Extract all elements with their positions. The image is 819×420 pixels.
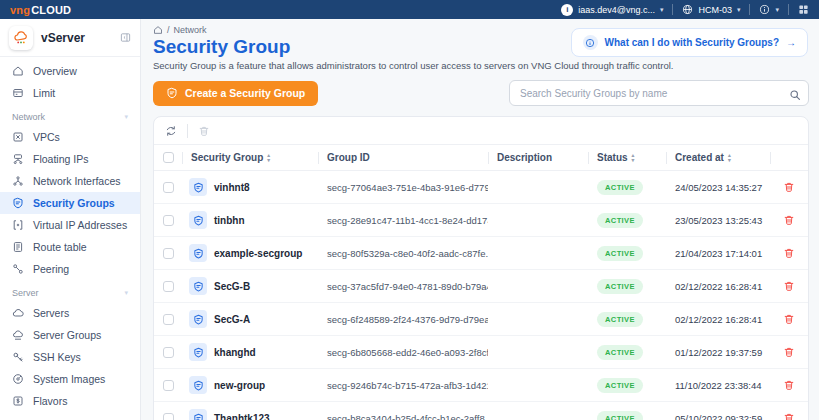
home-icon[interactable]: [153, 25, 163, 35]
created-at: 01/12/2022 19:37:59: [666, 347, 770, 358]
security-group-name[interactable]: SecG-B: [214, 281, 250, 292]
sort-icon: ▴▾: [267, 153, 270, 162]
help-link-label: What can I do with Security Groups?: [605, 37, 779, 48]
security-group-name[interactable]: tinbhn: [214, 215, 245, 226]
sidebar-item-limit[interactable]: Limit: [0, 82, 140, 104]
user-menu[interactable]: i iaas.dev4@vng.c... ▾: [561, 4, 663, 16]
delete-icon[interactable]: [783, 247, 795, 259]
security-group-name[interactable]: example-secgroup: [214, 248, 302, 259]
region-label: HCM-03: [698, 5, 732, 15]
row-checkbox[interactable]: [163, 413, 174, 420]
search-icon[interactable]: [789, 87, 801, 105]
bulk-delete-icon[interactable]: [198, 125, 210, 137]
security-group-icon: [189, 244, 207, 262]
security-group-icon: [189, 277, 207, 295]
sidebar-item-peering[interactable]: Peering: [0, 258, 140, 280]
security-group-icon: [189, 310, 207, 328]
row-checkbox[interactable]: [163, 215, 174, 226]
logo-text-cloud: CLOUD: [31, 4, 71, 16]
divider: [187, 124, 188, 138]
sidebar-item-servers[interactable]: Servers: [0, 302, 140, 324]
globe-icon: [682, 4, 693, 15]
sidebar-section-header[interactable]: Server ▾: [0, 280, 140, 302]
sidebar: vServer Overview Limit Network ▾ VPCs Fl…: [0, 19, 141, 420]
row-checkbox[interactable]: [163, 347, 174, 358]
sidebar-item-vpcs[interactable]: VPCs: [0, 126, 140, 148]
table-row: SecG-B secg-37ac5fd7-94e0-4781-89d0-b79a…: [154, 270, 808, 303]
column-header-status[interactable]: Status ▴▾: [588, 145, 666, 170]
sidebar-item-virtual-ip-addresses[interactable]: Virtual IP Addresses: [0, 214, 140, 236]
info-icon: [759, 4, 770, 15]
sidebar-item-security-groups[interactable]: Security Groups: [0, 192, 140, 214]
table-row: SecG-A secg-6f248589-2f24-4376-9d79-d79e…: [154, 303, 808, 336]
peering-icon: [12, 263, 24, 275]
chevron-down-icon: ▾: [737, 6, 741, 13]
column-header-security-group[interactable]: Security Group ▴▾: [182, 145, 318, 170]
delete-icon[interactable]: [783, 346, 795, 358]
collapse-sidebar-icon[interactable]: [120, 32, 131, 43]
help-menu[interactable]: ▾: [759, 4, 779, 15]
create-security-group-button[interactable]: Create a Security Group: [153, 81, 318, 106]
row-checkbox[interactable]: [163, 248, 174, 259]
sidebar-item-floating-ips[interactable]: Floating IPs: [0, 148, 140, 170]
row-checkbox[interactable]: [163, 281, 174, 292]
select-all-checkbox[interactable]: [163, 152, 174, 163]
row-checkbox[interactable]: [163, 380, 174, 391]
column-header-group-id[interactable]: Group ID: [318, 145, 488, 170]
security-group-name[interactable]: new-group: [214, 380, 265, 391]
table-toolbar: [154, 117, 808, 145]
status-badge: ACTIVE: [597, 378, 643, 393]
status-badge: ACTIVE: [597, 279, 643, 294]
vpc-icon: [12, 131, 24, 143]
delete-icon[interactable]: [783, 181, 795, 193]
security-group-name[interactable]: Thanhtk123: [214, 413, 270, 420]
arrow-right-icon: →: [786, 37, 796, 48]
created-at: 02/12/2022 16:28:41: [666, 314, 770, 325]
main-content: / Network Security Group Security Group …: [141, 19, 819, 420]
sidebar-item-ssh-keys[interactable]: SSH Keys: [0, 346, 140, 368]
sidebar-item-overview[interactable]: Overview: [0, 60, 140, 82]
sort-icon: ▴▾: [728, 153, 731, 162]
table-row: example-secgroup secg-80f5329a-c8e0-40f2…: [154, 237, 808, 270]
security-group-icon: [166, 87, 178, 99]
user-email: iaas.dev4@vng.c...: [578, 5, 655, 15]
delete-icon[interactable]: [783, 280, 795, 292]
system-image-icon: [12, 373, 24, 385]
region-menu[interactable]: HCM-03 ▾: [682, 4, 740, 15]
ssh-key-icon: [12, 351, 24, 363]
search-input[interactable]: [509, 80, 809, 106]
refresh-icon[interactable]: [165, 125, 177, 137]
chevron-down-icon: ▾: [124, 113, 128, 120]
virtual-ip-icon: [12, 219, 24, 231]
sidebar-item-network-interfaces[interactable]: Network Interfaces: [0, 170, 140, 192]
divider: [672, 4, 673, 15]
chevron-down-icon: ▾: [775, 6, 779, 13]
column-header-created-at[interactable]: Created at ▴▾: [666, 145, 770, 170]
sidebar-item-server-groups[interactable]: Server Groups: [0, 324, 140, 346]
group-id: secg-6b805668-edd2-46e0-a093-2f8cf...: [318, 347, 488, 358]
security-group-name[interactable]: SecG-A: [214, 314, 250, 325]
sidebar-section-header[interactable]: Network ▾: [0, 104, 140, 126]
breadcrumb-section[interactable]: Network: [174, 25, 207, 35]
delete-icon[interactable]: [783, 214, 795, 226]
user-avatar: i: [561, 4, 573, 16]
delete-icon[interactable]: [783, 379, 795, 391]
row-checkbox[interactable]: [163, 182, 174, 193]
row-checkbox[interactable]: [163, 314, 174, 325]
security-group-icon: [189, 376, 207, 394]
security-group-name[interactable]: khanghd: [214, 347, 256, 358]
delete-icon[interactable]: [783, 313, 795, 325]
server-group-icon: [12, 329, 24, 341]
security-group-name[interactable]: vinhnt8: [214, 182, 250, 193]
status-badge: ACTIVE: [597, 213, 643, 228]
created-at: 23/05/2023 13:25:43: [666, 215, 770, 226]
apps-menu[interactable]: [798, 4, 809, 15]
sidebar-item-flavors[interactable]: Flavors: [0, 390, 140, 412]
security-group-icon: [12, 197, 24, 209]
sidebar-item-system-images[interactable]: System Images: [0, 368, 140, 390]
column-header-description[interactable]: Description: [488, 145, 588, 170]
delete-icon[interactable]: [783, 412, 795, 420]
apps-grid-icon: [798, 4, 809, 15]
help-link[interactable]: What can I do with Security Groups? →: [571, 28, 808, 57]
sidebar-item-route-table[interactable]: Route table: [0, 236, 140, 258]
